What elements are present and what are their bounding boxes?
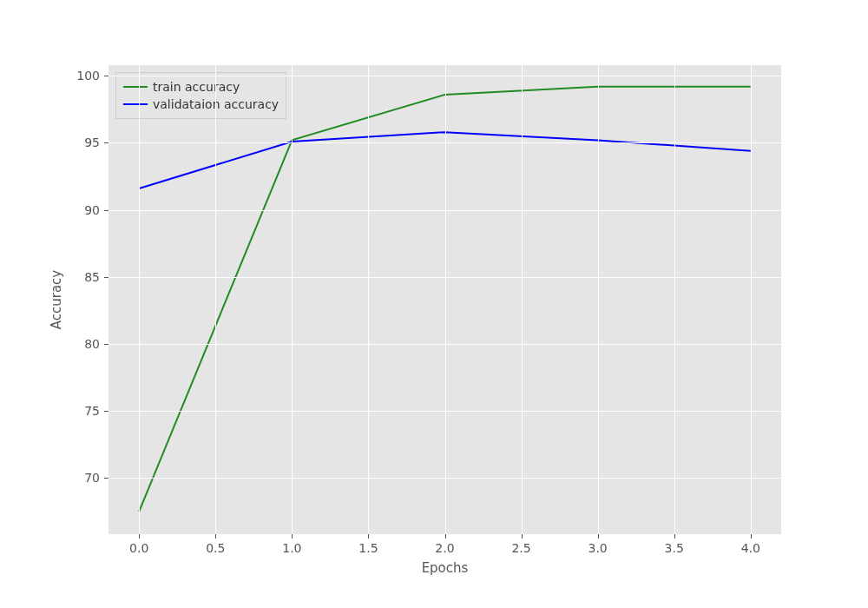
x-tick-label: 1.5 — [358, 541, 378, 555]
y-axis-label: Accuracy — [49, 270, 64, 329]
gridline-horizontal — [108, 478, 781, 479]
x-tick-label: 3.0 — [588, 541, 607, 555]
x-tick-mark — [674, 534, 675, 539]
x-tick-label: 2.0 — [435, 541, 454, 555]
x-tick-label: 2.5 — [511, 541, 530, 555]
figure: train accuracyvalidataion accuracy Epoch… — [0, 0, 868, 608]
y-tick-label: 85 — [84, 270, 100, 284]
gridline-vertical — [522, 65, 523, 534]
legend-label: train accuracy — [153, 78, 240, 96]
x-tick-label: 4.0 — [741, 541, 760, 555]
y-tick-mark — [104, 411, 108, 412]
legend-swatch — [123, 103, 148, 105]
gridline-vertical — [292, 65, 293, 534]
x-tick-label: 3.5 — [665, 541, 684, 555]
gridline-vertical — [368, 65, 369, 534]
x-tick-mark — [522, 534, 523, 539]
y-tick-mark — [104, 142, 108, 143]
gridline-vertical — [139, 65, 140, 534]
y-tick-mark — [104, 210, 108, 211]
gridline-horizontal — [108, 277, 781, 278]
x-tick-mark — [292, 534, 293, 539]
x-tick-mark — [751, 534, 752, 539]
gridline-vertical — [751, 65, 752, 534]
x-axis-label: Epochs — [422, 560, 469, 576]
gridline-horizontal — [108, 210, 781, 211]
y-tick-label: 75 — [84, 404, 100, 418]
y-tick-label: 80 — [84, 337, 100, 351]
x-tick-mark — [445, 534, 446, 539]
y-tick-label: 100 — [76, 69, 100, 83]
gridline-horizontal — [108, 411, 781, 412]
x-tick-mark — [215, 534, 216, 539]
gridline-horizontal — [108, 76, 781, 76]
gridline-vertical — [598, 65, 599, 534]
legend-entry: train accuracy — [123, 78, 279, 96]
gridline-horizontal — [108, 344, 781, 345]
gridline-vertical — [674, 65, 675, 534]
x-tick-label: 0.5 — [206, 541, 225, 555]
x-tick-mark — [139, 534, 140, 539]
y-tick-mark — [104, 344, 108, 345]
legend-entry: validataion accuracy — [123, 96, 279, 113]
x-tick-mark — [368, 534, 369, 539]
y-tick-label: 70 — [84, 471, 100, 485]
y-tick-mark — [104, 76, 108, 76]
y-tick-mark — [104, 478, 108, 479]
y-tick-label: 95 — [84, 135, 100, 149]
gridline-vertical — [445, 65, 446, 534]
y-tick-mark — [104, 277, 108, 278]
x-tick-mark — [598, 534, 599, 539]
gridline-vertical — [215, 65, 216, 534]
legend-swatch — [123, 86, 148, 88]
gridline-horizontal — [108, 142, 781, 143]
x-tick-label: 0.0 — [129, 541, 148, 555]
y-tick-label: 90 — [84, 203, 100, 217]
plot-area: train accuracyvalidataion accuracy — [108, 65, 781, 534]
legend: train accuracyvalidataion accuracy — [115, 72, 286, 119]
x-tick-label: 1.0 — [282, 541, 301, 555]
